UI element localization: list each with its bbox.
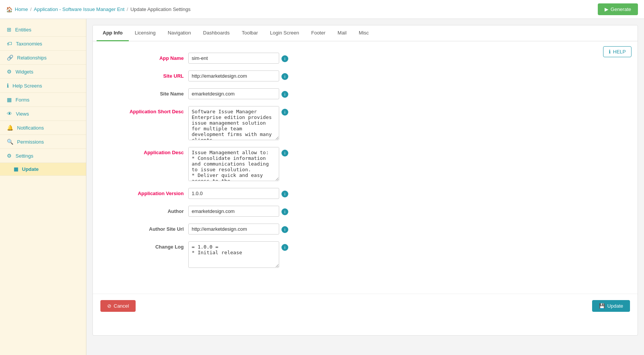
help-screens-icon: ℹ [7, 83, 9, 89]
sidebar-item-taxonomies[interactable]: 🏷 Taxonomies [0, 37, 86, 51]
relationships-icon: 🔗 [7, 55, 13, 61]
input-site-url[interactable] [188, 70, 279, 81]
tabs-bar: App Info Licensing Navigation Dashboards… [93, 25, 638, 41]
save-icon: 💾 [599, 303, 605, 309]
forms-icon: ▦ [7, 97, 12, 103]
tab-licensing[interactable]: Licensing [129, 25, 162, 41]
input-app-name[interactable] [188, 53, 279, 64]
textarea-change-log[interactable]: = 1.0.0 = * Initial release [188, 241, 279, 268]
sidebar-item-settings[interactable]: ⚙ Settings [0, 149, 86, 163]
tab-login-screen[interactable]: Login Screen [264, 25, 305, 41]
field-row-site-url: Site URL i [116, 70, 615, 81]
field-row-change-log: Change Log = 1.0.0 = * Initial release i [116, 241, 615, 268]
settings-card: App Info Licensing Navigation Dashboards… [92, 25, 638, 336]
help-button[interactable]: ℹ HELP [603, 46, 631, 57]
field-row-app-name: App Name i [116, 53, 615, 64]
input-wrap-app-version: i [188, 188, 288, 199]
layout: ⊞ Entities 🏷 Taxonomies 🔗 Relationships … [0, 19, 644, 355]
sidebar-item-forms[interactable]: ▦ Forms [0, 93, 86, 107]
textarea-app-desc[interactable]: Issue Management allow to: * Consolidate… [188, 147, 279, 181]
input-wrap-app-desc: Issue Management allow to: * Consolidate… [188, 147, 288, 181]
widgets-icon: ⚙ [7, 69, 12, 75]
taxonomies-icon: 🏷 [7, 41, 12, 47]
views-icon: 👁 [7, 111, 12, 117]
sidebar-item-entities[interactable]: ⊞ Entities [0, 23, 86, 37]
info-icon-site-name[interactable]: i [281, 91, 288, 98]
tab-toolbar[interactable]: Toolbar [236, 25, 264, 41]
textarea-app-short-desc[interactable]: Software Issue Manager Enterprise editio… [188, 106, 279, 140]
sidebar: ⊞ Entities 🏷 Taxonomies 🔗 Relationships … [0, 19, 86, 355]
input-wrap-app-name: i [188, 53, 288, 64]
generate-button[interactable]: ▶ Generate [598, 3, 638, 15]
tab-misc[interactable]: Misc [353, 25, 375, 41]
input-wrap-app-short-desc: Software Issue Manager Enterprise editio… [188, 106, 288, 140]
label-site-name: Site Name [116, 88, 184, 97]
settings-icon: ⚙ [7, 153, 12, 159]
field-row-site-name: Site Name i [116, 88, 615, 99]
breadcrumb: 🏠 Home / Application - Software Issue Ma… [6, 6, 191, 13]
input-wrap-author: i [188, 206, 288, 217]
label-author: Author [116, 206, 184, 214]
input-wrap-site-name: i [188, 88, 288, 99]
input-wrap-author-site-url: i [188, 224, 288, 235]
entities-icon: ⊞ [7, 27, 11, 33]
breadcrumb-sep-2: / [127, 6, 128, 12]
sidebar-item-notifications[interactable]: 🔔 Notifications [0, 121, 86, 135]
topbar: 🏠 Home / Application - Software Issue Ma… [0, 0, 644, 19]
breadcrumb-app[interactable]: Application - Software Issue Manager Ent [34, 6, 124, 12]
input-wrap-site-url: i [188, 70, 288, 81]
sidebar-sub-item-update[interactable]: ▦ Update [0, 163, 86, 176]
info-icon-author-site-url[interactable]: i [281, 226, 288, 233]
breadcrumb-home[interactable]: Home [15, 6, 28, 12]
sidebar-item-permissions[interactable]: 🔍 Permissions [0, 135, 86, 149]
home-icon: 🏠 [6, 6, 13, 13]
field-row-author: Author i [116, 206, 615, 217]
form-footer: ⊘ Cancel 💾 Update [93, 294, 638, 318]
label-app-name: App Name [116, 53, 184, 61]
input-site-name[interactable] [188, 88, 279, 99]
form-body: App Name i Site URL i Site Nam [93, 41, 638, 286]
info-icon-app-short-desc[interactable]: i [281, 109, 288, 116]
tab-mail[interactable]: Mail [331, 25, 353, 41]
info-icon-site-url[interactable]: i [281, 73, 288, 80]
sidebar-item-views[interactable]: 👁 Views [0, 107, 86, 121]
input-author-site-url[interactable] [188, 224, 279, 235]
info-icon-author[interactable]: i [281, 208, 288, 215]
breadcrumb-sep-1: / [30, 6, 32, 12]
breadcrumb-page: Update Application Settings [130, 6, 191, 12]
sidebar-item-relationships[interactable]: 🔗 Relationships [0, 51, 86, 65]
field-row-author-site-url: Author Site Url i [116, 224, 615, 235]
info-icon-app-desc[interactable]: i [281, 150, 288, 156]
play-icon: ▶ [605, 6, 608, 12]
field-row-app-version: Application Version i [116, 188, 615, 199]
info-help-icon: ℹ [609, 49, 611, 55]
info-icon-app-name[interactable]: i [281, 55, 288, 62]
info-icon-change-log[interactable]: i [281, 244, 288, 251]
label-app-desc: Application Desc [116, 147, 184, 155]
cancel-button[interactable]: ⊘ Cancel [100, 300, 136, 312]
cancel-icon: ⊘ [107, 303, 111, 309]
sidebar-item-widgets[interactable]: ⚙ Widgets [0, 65, 86, 79]
notifications-icon: 🔔 [7, 125, 13, 131]
tab-footer[interactable]: Footer [305, 25, 331, 41]
update-button[interactable]: 💾 Update [592, 300, 630, 312]
tab-dashboards[interactable]: Dashboards [197, 25, 236, 41]
update-icon: ▦ [14, 166, 18, 172]
input-wrap-change-log: = 1.0.0 = * Initial release i [188, 241, 288, 268]
label-site-url: Site URL [116, 70, 184, 79]
sidebar-item-help-screens[interactable]: ℹ Help Screens [0, 79, 86, 93]
label-app-short-desc: Application Short Desc [116, 106, 184, 114]
label-change-log: Change Log [116, 241, 184, 250]
tab-navigation[interactable]: Navigation [162, 25, 197, 41]
input-app-version[interactable] [188, 188, 279, 199]
tab-app-info[interactable]: App Info [97, 25, 129, 41]
permissions-icon: 🔍 [7, 139, 13, 145]
main-content: App Info Licensing Navigation Dashboards… [86, 19, 644, 355]
label-author-site-url: Author Site Url [116, 224, 184, 232]
field-row-app-desc: Application Desc Issue Management allow … [116, 147, 615, 181]
label-app-version: Application Version [116, 188, 184, 196]
info-icon-app-version[interactable]: i [281, 191, 288, 197]
field-row-app-short-desc: Application Short Desc Software Issue Ma… [116, 106, 615, 140]
input-author[interactable] [188, 206, 279, 217]
